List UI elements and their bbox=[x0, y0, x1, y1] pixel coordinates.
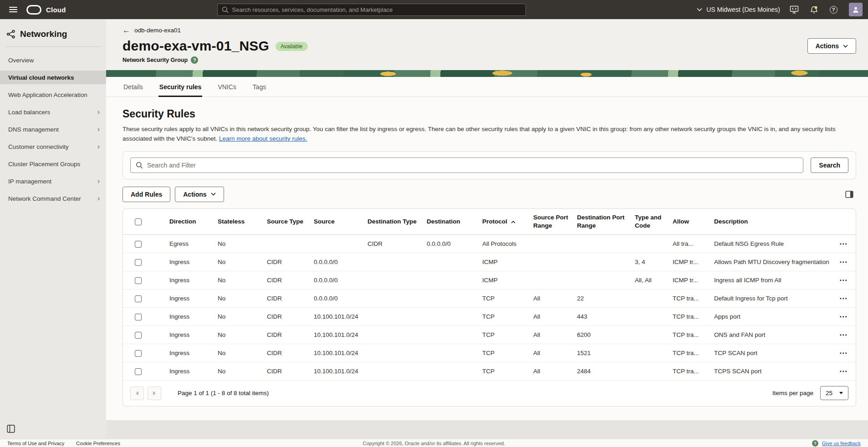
user-avatar[interactable] bbox=[849, 3, 863, 16]
row-checkbox[interactable] bbox=[135, 259, 142, 266]
table-row: IngressNoCIDR10.100.101.0/24TCPAll443TCP… bbox=[123, 308, 856, 326]
column-header-label: Source Port Range bbox=[533, 214, 568, 229]
row-actions-button[interactable]: ⋯ bbox=[839, 258, 848, 266]
terms-link[interactable]: Terms of Use and Privacy bbox=[7, 441, 64, 446]
column-header-protocol[interactable]: Protocol bbox=[479, 209, 530, 235]
sidebar-item-customer-connectivity[interactable]: Customer connectivity› bbox=[0, 140, 106, 153]
cell-protocol: TCP bbox=[479, 344, 530, 362]
previous-page-button[interactable] bbox=[130, 386, 144, 400]
cell-source-port-range bbox=[530, 271, 573, 290]
row-checkbox[interactable] bbox=[135, 368, 142, 375]
section-description: These security rules apply to all VNICs … bbox=[123, 125, 856, 144]
sidebar-item-ip-management[interactable]: IP management› bbox=[0, 174, 106, 188]
feedback-link[interactable]: Give us feedback bbox=[822, 441, 861, 446]
row-checkbox-cell bbox=[123, 290, 166, 308]
tab-security-rules[interactable]: Security rules bbox=[158, 77, 203, 97]
cell-destination-type bbox=[364, 308, 423, 326]
table-row: IngressNoCIDR10.100.101.0/24TCPAll1521TC… bbox=[123, 344, 856, 362]
cloud-shell-icon[interactable] bbox=[789, 4, 800, 15]
cell-direction: Egress bbox=[166, 235, 214, 253]
sidebar-item-label: Load balancers bbox=[8, 109, 97, 116]
row-actions-button[interactable]: ⋯ bbox=[839, 294, 848, 303]
table-actions-button[interactable]: Actions bbox=[175, 187, 224, 202]
chevron-down-icon bbox=[843, 45, 848, 48]
hamburger-menu-icon[interactable] bbox=[7, 4, 19, 15]
row-actions-button[interactable]: ⋯ bbox=[839, 349, 848, 357]
row-actions-button[interactable]: ⋯ bbox=[839, 276, 848, 284]
footer: Terms of Use and Privacy Cookie Preferen… bbox=[0, 439, 868, 447]
collapse-sidebar-icon[interactable] bbox=[5, 423, 16, 434]
chevron-down-icon bbox=[839, 392, 843, 394]
add-rules-button[interactable]: Add Rules bbox=[123, 187, 170, 202]
column-header-direction[interactable]: Direction bbox=[166, 209, 214, 235]
sidebar-item-network-command-center[interactable]: Network Command Center› bbox=[0, 192, 106, 205]
row-checkbox[interactable] bbox=[135, 277, 142, 284]
column-header-source-type[interactable]: Source Type bbox=[263, 209, 310, 235]
next-page-button[interactable] bbox=[148, 386, 161, 400]
back-arrow-icon[interactable]: ← bbox=[123, 26, 130, 34]
global-search-input[interactable] bbox=[232, 6, 521, 13]
row-actions-button[interactable]: ⋯ bbox=[839, 312, 848, 321]
chevron-right-icon: › bbox=[97, 178, 100, 185]
row-actions-button[interactable]: ⋯ bbox=[839, 367, 848, 376]
cell-protocol: ICMP bbox=[479, 271, 530, 290]
region-selector[interactable]: US Midwest (Des Moines) bbox=[697, 6, 780, 13]
page-actions-button[interactable]: Actions bbox=[807, 38, 856, 54]
cell-source-port-range bbox=[530, 253, 573, 271]
row-checkbox[interactable] bbox=[135, 314, 142, 320]
sidebar-item-web-application-acceleration[interactable]: Web Application Acceleration bbox=[0, 88, 106, 102]
sidebar-item-overview[interactable]: Overview bbox=[0, 53, 106, 67]
row-checkbox[interactable] bbox=[135, 295, 142, 302]
row-checkbox[interactable] bbox=[135, 350, 142, 357]
column-header-description[interactable]: Description bbox=[710, 209, 830, 235]
notifications-icon[interactable] bbox=[808, 4, 819, 15]
row-checkbox[interactable] bbox=[135, 332, 142, 339]
help-question-icon[interactable]: ? bbox=[191, 56, 198, 64]
column-settings-button[interactable] bbox=[842, 188, 856, 201]
row-actions-button[interactable]: ⋯ bbox=[839, 239, 848, 248]
row-checkbox-cell bbox=[123, 326, 166, 344]
column-header-source-port-range[interactable]: Source Port Range bbox=[530, 209, 573, 235]
cell-source-port-range: All bbox=[530, 362, 573, 381]
cell-destination-port-range bbox=[573, 253, 631, 271]
sidebar-item-dns-management[interactable]: DNS management› bbox=[0, 122, 106, 136]
cell-stateless: No bbox=[214, 235, 263, 253]
cookie-preferences-link[interactable]: Cookie Preferences bbox=[76, 441, 120, 446]
help-icon[interactable]: ? bbox=[828, 4, 839, 15]
items-per-page-select[interactable]: 25 bbox=[820, 386, 848, 400]
search-button[interactable]: Search bbox=[811, 157, 848, 173]
sidebar-item-load-balancers[interactable]: Load balancers› bbox=[0, 105, 106, 119]
row-checkbox[interactable] bbox=[135, 241, 142, 248]
column-header-source[interactable]: Source bbox=[310, 209, 364, 235]
tab-tags[interactable]: Tags bbox=[252, 77, 267, 97]
cell-destination bbox=[423, 271, 479, 290]
sidebar-title: Networking bbox=[0, 29, 106, 39]
main-area: ← odb-demo-exa01 demo-exa-vm-01_NSG Avai… bbox=[106, 19, 868, 439]
row-actions-cell: ⋯ bbox=[830, 308, 856, 326]
tab-vnics[interactable]: VNICs bbox=[217, 77, 237, 97]
breadcrumb-link[interactable]: odb-demo-exa01 bbox=[134, 27, 181, 34]
column-header-destination-type[interactable]: Destination Type bbox=[364, 209, 423, 235]
column-header-type-and-code[interactable]: Type and Code bbox=[631, 209, 669, 235]
column-header-destination[interactable]: Destination bbox=[423, 209, 479, 235]
learn-more-link[interactable]: Learn more about security rules. bbox=[219, 135, 307, 142]
search-filter-box[interactable] bbox=[130, 157, 803, 173]
search-filter-input[interactable] bbox=[147, 162, 798, 169]
sidebar-item-cluster-placement-groups[interactable]: Cluster Placement Groups bbox=[0, 157, 106, 171]
global-search[interactable] bbox=[217, 4, 526, 16]
cell-type-and-code bbox=[631, 290, 669, 308]
cell-source: 10.100.101.0/24 bbox=[310, 326, 364, 344]
cell-description: TCPS SCAN port bbox=[710, 362, 830, 381]
column-header-allow[interactable]: Allow bbox=[669, 209, 710, 235]
select-all-checkbox[interactable] bbox=[135, 218, 142, 225]
tab-details[interactable]: Details bbox=[123, 77, 144, 97]
sidebar-item-virtual-cloud-networks[interactable]: Virtual cloud networks bbox=[0, 71, 106, 84]
column-header-stateless[interactable]: Stateless bbox=[214, 209, 263, 235]
cell-source-port-range: All bbox=[530, 308, 573, 326]
row-checkbox-cell bbox=[123, 235, 166, 253]
row-actions-button[interactable]: ⋯ bbox=[839, 330, 848, 339]
cell-protocol: TCP bbox=[479, 326, 530, 344]
column-header-destination-port-range[interactable]: Destination Port Range bbox=[573, 209, 631, 235]
table-row: IngressNoCIDR10.100.101.0/24TCPAll2484TC… bbox=[123, 362, 856, 381]
cell-destination bbox=[423, 253, 479, 271]
